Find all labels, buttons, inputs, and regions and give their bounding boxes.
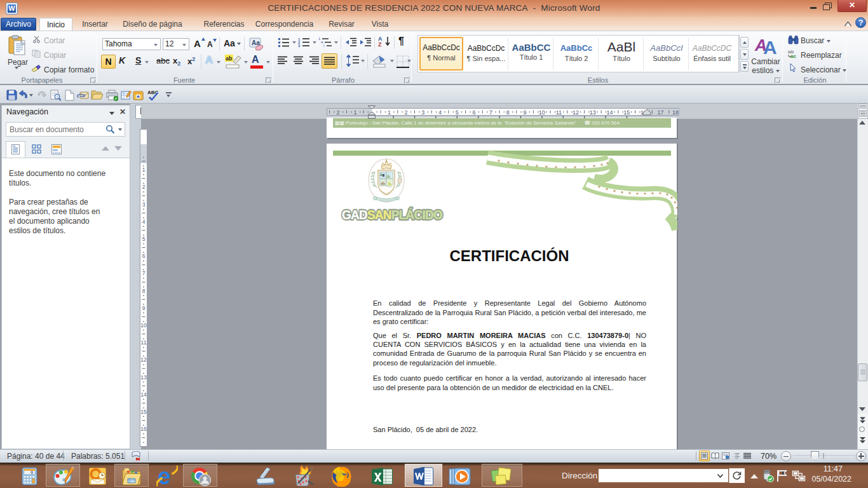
svg-text:11: 11 [141,339,147,346]
svg-text:i: i [323,44,324,48]
svg-text:8: 8 [142,288,146,294]
svg-text:14: 14 [140,391,147,398]
svg-text:2: 2 [142,184,146,190]
svg-text:6: 6 [472,109,475,116]
svg-text:1: 1 [142,166,146,173]
svg-text:10: 10 [539,109,545,116]
svg-text:3: 3 [298,44,301,48]
svg-text:14: 14 [606,109,613,116]
svg-text:7: 7 [142,270,146,276]
svg-text:2: 2 [336,109,339,116]
svg-text:15: 15 [623,109,630,116]
svg-text:3: 3 [142,201,146,208]
svg-text:0: 0 [31,470,33,475]
svg-text:9: 9 [142,305,146,311]
svg-text:18: 18 [672,109,679,116]
svg-text:5: 5 [456,109,459,116]
svg-text:9: 9 [523,109,526,116]
svg-text:13: 13 [590,109,596,116]
svg-text:GADSANPLÁCIDO: GADSANPLÁCIDO [342,207,442,222]
svg-text:5: 5 [142,236,146,242]
svg-text:4: 4 [438,109,442,116]
svg-text:1: 1 [353,109,356,116]
svg-text:13: 13 [140,374,147,381]
svg-text:4: 4 [142,219,146,225]
svg-text:3: 3 [421,109,424,116]
svg-text:8: 8 [506,109,510,116]
svg-text:1: 1 [388,109,391,116]
svg-text:11: 11 [556,109,562,116]
svg-text:e: e [158,465,171,487]
svg-text:16: 16 [140,426,147,432]
svg-text:2: 2 [405,109,408,116]
svg-text:ab: ab [226,55,233,62]
svg-text:12: 12 [573,109,579,116]
svg-text:7: 7 [489,109,492,116]
svg-text:12: 12 [140,356,147,363]
svg-text:15: 15 [140,409,147,415]
svg-text:17: 17 [658,109,664,116]
svg-text:6: 6 [142,253,146,259]
svg-text:10: 10 [140,322,147,329]
svg-text:ac: ac [790,53,796,58]
